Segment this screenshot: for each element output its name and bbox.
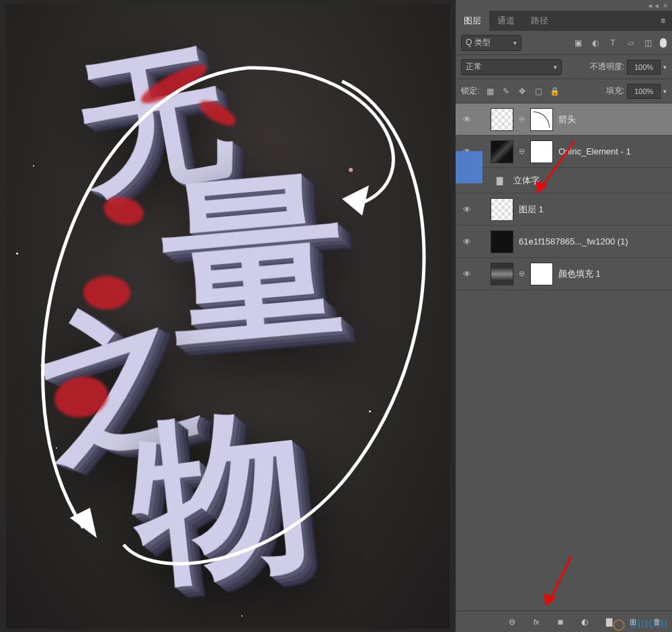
fx-icon[interactable]: fx xyxy=(531,617,542,627)
layer-row[interactable]: 👁 › ▇ 立体字 xyxy=(456,168,672,193)
panel-menu-icon[interactable]: ≡ xyxy=(654,11,672,31)
adjustment-layer-icon[interactable]: ◐ xyxy=(579,617,590,627)
svg-marker-0 xyxy=(342,185,369,216)
lock-bar: 锁定: ▦ ✎ ✥ ▢ 🔒 填充: 100% ▾ xyxy=(456,79,672,103)
svg-marker-1 xyxy=(70,508,97,538)
chevron-down-icon: ▾ xyxy=(513,40,517,46)
filter-text-icon[interactable]: T xyxy=(607,38,618,48)
layer-name[interactable]: 61e1f1587865..._fw1200 (1) xyxy=(519,236,628,246)
lock-pixels-icon[interactable]: ▦ xyxy=(485,86,495,97)
filter-image-icon[interactable]: ▣ xyxy=(573,38,583,48)
layer-name[interactable]: 颜色填充 1 xyxy=(558,268,601,280)
fill-input[interactable]: 100% xyxy=(627,84,661,99)
layer-row[interactable]: 👁 ⊖ Oniric_Element - 1 xyxy=(456,136,672,168)
layer-row[interactable]: 👁 图层 1 xyxy=(456,193,672,226)
filter-shape-icon[interactable]: ▱ xyxy=(625,38,636,48)
layer-row[interactable]: 👁 61e1f1587865..._fw1200 (1) xyxy=(456,226,672,258)
layer-name[interactable]: 箭头 xyxy=(558,114,576,126)
blend-bar: 正常 ▾ 不透明度: 100% ▾ xyxy=(456,55,672,79)
layers-list: 👁 ⊖ 箭头 👁 ⊖ Oniric_Element - 1 👁 › ▇ 立体字 … xyxy=(456,103,672,290)
watermark: ◯ UIIIUIII xyxy=(613,618,668,631)
layer-thumbnail[interactable] xyxy=(491,198,513,221)
add-mask-icon[interactable]: ◙ xyxy=(555,617,566,627)
link-layers-icon[interactable]: ⊖ xyxy=(507,617,517,627)
close-icon[interactable]: ✕ xyxy=(663,2,668,9)
layers-panel: ◄◄ ✕ 图层 通道 路径 ≡ Q 类型 ▾ ▣ ◐ T ▱ ◫ 正常 ▾ 不透… xyxy=(456,0,672,632)
tab-channels[interactable]: 通道 xyxy=(489,11,523,31)
layer-name[interactable]: Oniric_Element - 1 xyxy=(558,146,631,156)
lock-brush-icon[interactable]: ✎ xyxy=(501,86,511,97)
lock-position-icon[interactable]: ✥ xyxy=(517,86,528,97)
filter-toggle-icon[interactable] xyxy=(660,38,667,48)
chevron-down-icon: ▾ xyxy=(554,64,557,71)
layer-thumbnail[interactable] xyxy=(491,230,513,253)
visibility-icon[interactable]: 👁 xyxy=(461,114,473,126)
layer-row[interactable]: 👁 ⊖ 箭头 xyxy=(456,103,672,136)
char-4: 物 xyxy=(122,371,320,623)
layer-thumbnail[interactable] xyxy=(491,140,513,163)
panel-tabs: 图层 通道 路径 ≡ xyxy=(456,11,672,31)
link-icon[interactable]: ⊖ xyxy=(519,269,525,278)
filter-type-dropdown[interactable]: Q 类型 ▾ xyxy=(461,35,521,51)
canvas-area: 无 量 之 物 xyxy=(0,0,456,632)
mask-thumbnail[interactable] xyxy=(530,108,553,131)
layer-row[interactable]: 👁 ⊖ 颜色填充 1 xyxy=(456,258,672,290)
opacity-label: 不透明度: xyxy=(590,61,624,73)
link-icon[interactable]: ⊖ xyxy=(519,115,525,124)
visibility-icon[interactable]: 👁 xyxy=(461,268,473,280)
filter-bar: Q 类型 ▾ ▣ ◐ T ▱ ◫ xyxy=(456,31,672,55)
blend-mode-dropdown[interactable]: 正常 ▾ xyxy=(461,59,562,75)
visibility-icon[interactable]: 👁 xyxy=(461,236,473,248)
chevron-down-icon[interactable]: ▾ xyxy=(663,64,667,71)
layer-thumbnail[interactable] xyxy=(491,263,513,285)
layer-name[interactable]: 图层 1 xyxy=(519,204,544,216)
lock-label: 锁定: xyxy=(461,85,479,97)
layer-name[interactable]: 立体字 xyxy=(513,175,540,187)
tab-paths[interactable]: 路径 xyxy=(523,11,556,31)
link-icon[interactable]: ⊖ xyxy=(519,147,525,156)
tab-layers[interactable]: 图层 xyxy=(456,11,489,31)
panel-collapse-bar: ◄◄ ✕ xyxy=(456,0,672,11)
mask-thumbnail[interactable] xyxy=(530,140,553,163)
layer-thumbnail[interactable] xyxy=(491,108,513,131)
fill-label: 填充: xyxy=(606,85,624,97)
opacity-input[interactable]: 100% xyxy=(627,60,661,75)
chevron-down-icon[interactable]: ▾ xyxy=(663,88,667,95)
selection-band xyxy=(456,151,482,183)
lock-artboard-icon[interactable]: ▢ xyxy=(533,86,544,97)
lock-all-icon[interactable]: 🔒 xyxy=(549,86,560,97)
collapse-icon[interactable]: ◄◄ xyxy=(646,2,660,9)
folder-icon: ▇ xyxy=(491,174,508,187)
visibility-icon[interactable]: 👁 xyxy=(461,204,473,216)
document-canvas[interactable]: 无 量 之 物 xyxy=(6,4,450,629)
mask-thumbnail[interactable] xyxy=(530,263,553,285)
filter-smart-icon[interactable]: ◫ xyxy=(642,38,653,48)
filter-adjust-icon[interactable]: ◐ xyxy=(590,38,601,48)
